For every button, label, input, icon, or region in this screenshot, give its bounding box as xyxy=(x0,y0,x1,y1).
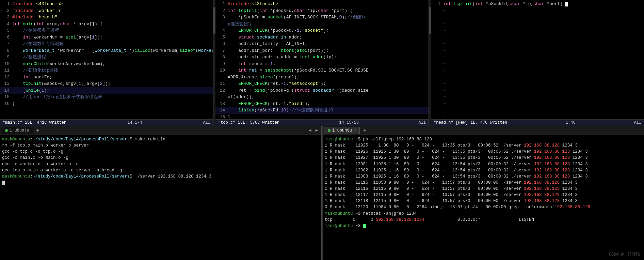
tilde-line: ~ xyxy=(431,74,644,81)
left-arrow-left[interactable]: ◀ xyxy=(307,127,313,134)
terminal-left: 1 ubuntu + ◀ ▶ mask@ubuntu:~/study/code/… xyxy=(0,126,322,260)
tab-label-left: 1 ubuntu xyxy=(10,128,29,133)
code-line: ADDR,&reuse,sizeof(reuse)); xyxy=(215,74,429,81)
all-main-c: All xyxy=(203,120,210,125)
term-line: mask@ubuntu:~$ ps -elf|grep 192.168.88.1… xyxy=(325,136,642,142)
tab-plus-left[interactable]: + xyxy=(34,127,42,134)
code-line: 11 //初始化tcp连接 xyxy=(0,67,213,74)
tab-right-ubuntu[interactable]: 1 ubuntu ✕ xyxy=(324,127,360,134)
code-line: 16} xyxy=(0,101,213,107)
code-line: 2#include "worker.h" xyxy=(0,7,213,14)
filename-main-c: "main.c" 16L, 441C written xyxy=(3,120,66,125)
code-line: 12 int sockFd; xyxy=(0,74,213,81)
term-line: 1 R mask 12116 12115 9 80 0 - 624 - 13:5… xyxy=(325,186,642,192)
editor-tcp-c: 1#include <43func.h> 2int tcpInit(int *p… xyxy=(215,0,429,126)
tab-bar-right: 1 ubuntu ✕ + xyxy=(323,126,644,135)
code-line: 5 //创建很多子进程 xyxy=(0,27,213,34)
code-line: of(addr)); xyxy=(215,94,429,101)
code-line: p连接套接字 xyxy=(215,21,429,28)
tilde-line: ~ xyxy=(431,54,644,61)
code-line: 7 addr.sin_port = htons(atoi(port)); xyxy=(215,47,429,54)
cursor-pos-tcp-c: 14,15-18 xyxy=(339,120,359,125)
code-line: 15} xyxy=(215,114,429,120)
code-line: 1#include <43func.h> xyxy=(215,1,429,7)
tilde-line: ~ xyxy=(431,101,644,107)
tilde-line: ~ xyxy=(431,27,644,34)
tilde-line: ~ xyxy=(431,94,644,101)
scroll-thumb-2 xyxy=(429,7,431,34)
code-line: 4int main(int argc,char * argv[]) { xyxy=(0,21,213,28)
code-line: 13 tcpInit(&sockFd,argv[1],argv[2]); xyxy=(0,80,213,87)
term-line: mask@ubuntu:~/study/code/Day14/processPo… xyxy=(2,136,319,142)
code-line: 14 [while(1); xyxy=(0,87,213,94)
code-line: 9 //创建进程 xyxy=(0,54,213,61)
code-area-main-c: 1#include <43func.h> 2#include "worker.h… xyxy=(0,0,213,119)
terminal-content-left: mask@ubuntu:~/study/code/Day14/processPo… xyxy=(0,135,321,260)
term-line: 1 R mask 12115 11858 9 80 0 - 624 - 13:5… xyxy=(325,180,642,186)
tab-nav-left: ◀ ▶ xyxy=(307,127,320,134)
term-line: gcc tcp.o main.o worker.o -o server -pth… xyxy=(2,167,319,173)
code-line: 7 //创建数组存储进程 xyxy=(0,41,213,47)
main-container: 1#include <43func.h> 2#include "worker.h… xyxy=(0,0,644,260)
term-line: 0 S mask 12120 11984 0 80 0 - 2264 pipe_… xyxy=(325,204,642,210)
term-line: tcp 0 0 192.168.88.128:1234 0.0.0.0:* LI… xyxy=(325,217,642,223)
code-line: 11 ERROR_CHECK(ret,-1,"setsockopt"); xyxy=(215,80,429,87)
right-arrow-left[interactable]: ▶ xyxy=(313,127,320,134)
filename-tcp-c: "tcp.c" 15L, 570C written xyxy=(218,120,279,125)
code-line: 15 //用epoll把tcp连接和子线程管理起来 xyxy=(0,94,213,101)
status-bar-head-h: "head.h" [New] 1L, 47C written 1,46 All xyxy=(431,119,644,126)
term-line: 1 R mask 11925 1 30 80 0 - 624 - 13:35 p… xyxy=(325,142,642,149)
term-line: gcc -c main.c -o main.o -g xyxy=(2,155,319,161)
code-line: 2int tcpInit(int *pSockFd,char *ip,char … xyxy=(215,7,429,14)
tilde-line: ~ xyxy=(431,41,644,47)
scroll-thumb-1 xyxy=(213,7,215,34)
code-line: 1#include <43func.h> xyxy=(0,1,213,7)
term-line: mask@ubuntu:~$ netstat -an|grep 1234 xyxy=(325,211,642,217)
tab-status-dot xyxy=(5,129,8,132)
tilde-line: ~ xyxy=(431,107,644,114)
tab-plus-right[interactable]: + xyxy=(360,127,369,134)
tilde-line: ~ xyxy=(0,114,213,120)
code-area-head-h: 1int tcpInit(int *pSockFd,char *ip,char … xyxy=(431,0,644,119)
tilde-line: ~ xyxy=(431,47,644,54)
code-line: 6 int workerNum = atoi(argv[1]); xyxy=(0,34,213,41)
terminal-right: 1 ubuntu ✕ + mask@ubuntu:~$ ps -elf|grep… xyxy=(323,126,644,260)
term-line: rm -f tcp.o main.o worker.o server xyxy=(2,142,319,149)
all-tcp-c: All xyxy=(418,120,426,125)
term-line xyxy=(2,180,319,186)
editor-area: 1#include <43func.h> 2#include "worker.h… xyxy=(0,0,644,126)
code-line: 9 int reuse = 1; xyxy=(215,61,429,67)
code-line: 3#include "head.h" xyxy=(0,14,213,21)
terminal-area: 1 ubuntu + ◀ ▶ mask@ubuntu:~/study/code/… xyxy=(0,126,644,260)
vsplit-2 xyxy=(429,0,431,126)
status-bar-tcp-c: "tcp.c" 15L, 570C written 14,15-18 All xyxy=(215,119,429,126)
cursor-pos-head-h: 1,46 xyxy=(566,120,576,125)
code-line: 4 ERROR_CHECK(*pSockFd,-1,"socket"); xyxy=(215,27,429,34)
tab-status-dot-right xyxy=(328,129,331,132)
tab-close-right[interactable]: ✕ xyxy=(354,128,356,133)
term-line: 1 R mask 12083 11925 1 16 80 0 - 624 - 1… xyxy=(325,173,642,180)
tilde-line: ~ xyxy=(0,107,213,114)
term-line: 1 R mask 12118 12115 9 80 0 - 624 - 13:5… xyxy=(325,198,642,204)
tab-bar-left: 1 ubuntu + ◀ ▶ xyxy=(0,126,321,135)
tilde-line: ~ xyxy=(431,114,644,120)
vsplit-1 xyxy=(213,0,215,126)
code-line: 3 *pSockFd = socket(AF_INET,SOCK_STREAM,… xyxy=(215,14,429,21)
tilde-line: ~ xyxy=(431,21,644,28)
tilde-line: ~ xyxy=(431,34,644,41)
cursor-pos-main-c: 14,1-4 xyxy=(127,120,142,125)
tab-left-ubuntu[interactable]: 1 ubuntu xyxy=(1,127,33,134)
code-line: 6 addr.sin_family = AF_INET; xyxy=(215,41,429,47)
tab-label-right: 1 ubuntu xyxy=(332,128,352,133)
cursor xyxy=(363,224,366,228)
code-line: 12 ret = bind(*pSockFd,(struct sockaddr … xyxy=(215,87,429,94)
term-line: 1 R mask 12082 11925 1 16 80 0 - 624 - 1… xyxy=(325,167,642,173)
tilde-line: ~ xyxy=(431,87,644,94)
code-line: 14 listen(*pSockFd,10);//半连接队列长度10 xyxy=(215,107,429,114)
term-line: 1 R mask 11926 11925 1 30 80 0 - 624 - 1… xyxy=(325,149,642,155)
term-line: gcc -c worker.c -o worker.o -g xyxy=(2,161,319,167)
code-line: 5 struct sockaddr_in addr; xyxy=(215,34,429,41)
code-line: 10 makeChild(workerArr,workerNum); xyxy=(0,61,213,67)
term-line: mask@ubuntu:~/study/code/Day14/processPo… xyxy=(2,173,319,180)
code-line: 13 ERROR_CHECK(ret,-1,"bind"); xyxy=(215,101,429,107)
